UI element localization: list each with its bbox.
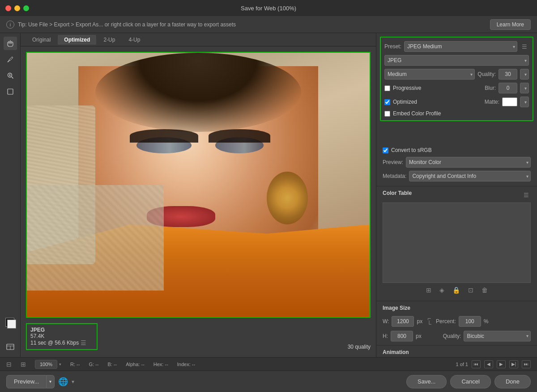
color-table-title: Color Table [383,190,412,196]
matte-color-swatch[interactable] [502,97,517,106]
page-label: 1 of 1 [456,362,468,367]
tab-optimized[interactable]: Optimized [58,35,96,45]
done-button[interactable]: Done [494,375,531,388]
quality-input[interactable] [499,69,517,80]
format-row: JPEG [384,55,529,66]
blur-arrow-wrapper[interactable] [520,83,529,93]
zoom-in-icon[interactable]: ⊞ [21,361,26,368]
optimized-matte-row: Optimized Matte: [384,97,529,107]
progressive-checkbox[interactable] [384,85,390,91]
view-mode[interactable] [4,340,17,354]
quality-arrow-select[interactable] [520,69,529,80]
optimized-label: Optimized [393,99,417,105]
preview-select[interactable]: Monitor Color [406,157,531,168]
nav-last-btn[interactable]: ⏭ [522,360,531,368]
page-info: 1 of 1 ⏮ ◀ ▶ ▶| ⏭ [456,360,531,368]
zoom-dropdown-arrow[interactable]: ▾ [59,362,61,367]
status-bar: ⊟ ⊞ ▾ R: -- G: -- B: -- Alpha: -- Hex: -… [0,357,537,371]
tab-2up[interactable]: 2-Up [97,35,121,45]
optimized-checkbox-row: Optimized [384,99,482,105]
minimize-button[interactable] [14,5,20,11]
quality-field-label: Quality: [477,71,496,77]
h-label: H: [383,333,388,339]
menu-icon[interactable]: ☰ [81,339,86,346]
learn-more-button[interactable]: Learn More [490,19,531,30]
footer-bar: Preview... ▾ 🌐 ▾ Save... Cancel Done [0,371,537,392]
metadata-select[interactable]: Copyright and Contact Info [409,171,531,181]
w-px-label: px [417,318,422,325]
hand-tool[interactable] [4,37,17,50]
cancel-button[interactable]: Cancel [450,375,490,388]
globe-arrow[interactable]: ▾ [72,379,74,385]
preset-select[interactable]: JPEG Medium [404,41,517,52]
preset-menu-icon[interactable]: ☰ [520,42,529,51]
ct-lock-web-icon[interactable]: ◈ [439,286,445,295]
eyedropper-tool[interactable] [4,53,17,66]
format-dropdown-wrapper[interactable]: JPEG [384,55,529,66]
main-layout: Original Optimized 2-Up 4-Up [0,33,537,357]
ct-lock-icon[interactable]: 🔒 [452,286,461,295]
blur-input[interactable] [499,83,517,93]
matte-label: Matte: [485,99,499,105]
hex-label: Hex: -- [153,362,168,367]
optimized-checkbox[interactable] [384,99,390,105]
compression-row: Medium Quality: [384,69,529,80]
preview-button[interactable]: Preview... [6,375,47,388]
metadata-dropdown-wrapper[interactable]: Copyright and Contact Info [409,171,531,181]
nav-next-btn[interactable]: ▶| [509,360,518,368]
zoom-input[interactable] [35,360,57,369]
nav-play-btn[interactable]: ▶ [497,360,506,368]
height-input[interactable] [391,331,413,341]
embed-color-checkbox[interactable] [384,111,390,117]
nav-first-btn[interactable]: ⏮ [472,360,481,368]
ct-delete-icon[interactable]: 🗑 [481,286,489,295]
color-section: Convert to sRGB Preview: Monitor Color M… [376,125,537,186]
info-icon: i [6,21,14,29]
color-table-menu-icon[interactable]: ☰ [522,191,531,199]
h-quality-select[interactable]: Bicubic [464,331,531,341]
ct-resize-icon[interactable]: ⊞ [425,286,432,295]
tab-4up[interactable]: 4-Up [122,35,146,45]
format-select[interactable]: JPEG [384,55,529,66]
index-label: Index: -- [177,362,195,367]
sample-tool[interactable] [4,85,17,98]
compression-select[interactable]: Medium [384,69,475,80]
animation-title: Animation [383,349,531,355]
zoom-tool[interactable] [4,69,17,82]
embed-color-label: Embed Color Profile [393,110,441,117]
progressive-label: Progressive [393,85,421,91]
compression-dropdown-wrapper[interactable]: Medium [384,69,475,80]
globe-icon[interactable]: 🌐 [58,377,68,387]
metadata-row: Metadata: Copyright and Contact Info [383,171,531,181]
alpha-label: Alpha: -- [126,362,145,367]
color-table-area [383,202,531,283]
blur-label: Blur: [485,85,496,91]
ct-snap-icon[interactable]: ⊡ [467,286,474,295]
maximize-button[interactable] [23,5,29,11]
tabs-bar: Original Optimized 2-Up 4-Up [21,33,376,46]
preview-dropdown-button[interactable]: ▾ [47,375,55,388]
window-title: Save for Web (100%) [241,5,296,12]
close-button[interactable] [5,5,11,11]
matte-arrow-wrapper[interactable] [520,97,529,107]
width-input[interactable] [392,316,414,327]
tip-text: Tip: Use File > Export > Export As... or… [18,21,486,28]
quality-arrow-wrapper[interactable] [520,69,529,80]
matte-arrow-select[interactable] [520,97,529,107]
convert-srgb-checkbox[interactable] [383,148,388,153]
h-quality-dropdown-wrapper[interactable]: Bicubic [464,331,531,341]
zoom-out-icon[interactable]: ⊟ [6,361,12,368]
save-button[interactable]: Save... [406,375,447,388]
h-quality-label: Quality: [443,333,461,339]
tipbar: i Tip: Use File > Export > Export As... … [0,16,537,33]
foreground-color[interactable] [4,316,17,329]
nav-prev-btn[interactable]: ◀ [484,360,493,368]
preview-container[interactable] [26,52,371,318]
preview-row: Preview: Monitor Color [383,157,531,168]
blur-arrow-select[interactable] [520,83,529,93]
percent-input[interactable] [459,316,481,327]
preview-dropdown-wrapper[interactable]: Monitor Color [406,157,531,168]
tab-original[interactable]: Original [26,35,57,45]
preset-dropdown-wrapper[interactable]: JPEG Medium [404,41,517,52]
convert-srgb-label: Convert to sRGB [391,147,432,153]
